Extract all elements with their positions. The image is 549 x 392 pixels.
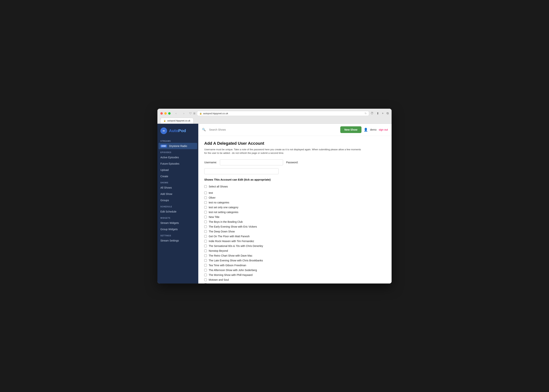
sidebar-item-all-shows[interactable]: All Shows (157, 184, 198, 191)
show-name: The Sensational 60s & 70s with Chris Den… (209, 245, 263, 247)
show-checkbox-16[interactable] (204, 269, 207, 271)
show-checkbox-10[interactable] (204, 240, 207, 242)
username-row: Username: Password: (204, 159, 386, 165)
sign-out-link[interactable]: sign out (379, 128, 388, 131)
maximize-button[interactable] (168, 112, 171, 115)
show-name: Groovin - Sunday Soul (209, 283, 235, 284)
username-input[interactable] (220, 159, 283, 165)
minimize-button[interactable] (164, 112, 167, 115)
all-shows-label: All Shows (160, 186, 172, 189)
sidebar-item-active-episodes[interactable]: Active Episodes (157, 154, 198, 161)
tab-favicon: 🔒 (163, 120, 166, 122)
show-checkbox-11[interactable] (204, 245, 207, 247)
show-checkbox-6[interactable] (204, 221, 207, 223)
show-checkbox-12[interactable] (204, 250, 207, 252)
show-checkbox-13[interactable] (204, 254, 207, 257)
tabs-icon[interactable]: ⧉ (387, 112, 389, 115)
show-name: The Morning Show with Phill Hayward (209, 273, 253, 276)
main-content: 🔍 New Show 👤 demo sign out Add A Delegat… (198, 124, 392, 284)
select-all-label: Select all Shows (209, 185, 228, 188)
widgets-label: WIDGETS (157, 215, 198, 220)
show-checkbox-7[interactable] (204, 225, 207, 228)
select-all-checkbox[interactable] (204, 185, 207, 188)
show-checkbox-18[interactable] (204, 279, 207, 281)
upload-label: Upload (160, 168, 169, 171)
list-item: Indie Rock Heaven with Tim Fernandez (204, 239, 386, 244)
show-checkbox-8[interactable] (204, 230, 207, 233)
password-input[interactable] (204, 168, 279, 174)
list-item: The Deep Down Show (204, 229, 386, 234)
show-checkbox-2[interactable] (204, 201, 207, 204)
show-name: New Title (209, 216, 219, 218)
show-checkbox-14[interactable] (204, 259, 207, 262)
show-checkbox-17[interactable] (204, 274, 207, 276)
show-checkbox-15[interactable] (204, 264, 207, 266)
show-name: The Boys in the Bowling Club (209, 220, 243, 223)
stream-widgets-label: Stream Widgets (160, 221, 179, 224)
stream-settings-label: Stream Settings (160, 239, 179, 242)
sidebar-item-edit-schedule[interactable]: Edit Schedule (157, 209, 198, 215)
share-icon[interactable]: ⬆ (377, 112, 379, 115)
show-checkbox-5[interactable] (204, 216, 207, 218)
refresh-icon[interactable]: ↻ (365, 112, 367, 115)
add-show-label: Add Show (160, 192, 172, 196)
list-item: New Title (204, 215, 386, 219)
logo-icon: ∞ (160, 127, 167, 134)
close-button[interactable] (160, 112, 163, 115)
show-checkbox-3[interactable] (204, 206, 207, 209)
app-layout: ∞ AutoPod STREAMS DSR Drystone Radio EPI… (157, 124, 392, 284)
search-input[interactable] (207, 127, 255, 133)
show-checkbox-4[interactable] (204, 211, 207, 213)
address-bar[interactable]: 🔒 autopod.hippynet.co.uk ↻ (197, 111, 369, 116)
history-icon[interactable]: ⏱ (371, 112, 373, 115)
browser-tab[interactable]: 🔒 autopod.hippynet.co.uk (160, 118, 193, 124)
back-button[interactable]: ‹ (174, 111, 178, 116)
list-item: test (204, 190, 386, 195)
list-item: The Morning Show with Phill Hayward (204, 273, 386, 277)
show-name: Tea Time with Gibson Freedman (209, 264, 246, 267)
show-name: Indie Rock Heaven with Tim Fernandez (209, 240, 254, 243)
streams-label: STREAMS (157, 138, 198, 143)
list-item: The Retro Chart Show with Dave Mac (204, 253, 386, 258)
logo-auto: Auto (169, 128, 178, 133)
show-name: Nonstop Beyond (209, 249, 228, 252)
sidebar-item-drystone-radio[interactable]: DSR Drystone Radio (159, 143, 197, 149)
show-name: test no categories (209, 201, 229, 204)
show-name: test not setting categories (209, 211, 239, 214)
lock-icon: 🔒 (199, 112, 202, 115)
show-name: The Late Evening Show with Chris Brookba… (209, 259, 263, 262)
forward-button[interactable]: › (181, 111, 186, 116)
show-name: Get On The Floor with Matt Panesh (209, 235, 250, 238)
browser-icons: ⏱ ⬆ + ⧉ (371, 112, 389, 115)
sidebar-item-future-episodes[interactable]: Future Episodes (157, 161, 198, 167)
show-checkbox-19[interactable] (204, 283, 207, 284)
active-episodes-label: Active Episodes (160, 156, 179, 159)
sidebar-item-group-widgets[interactable]: Group Widgets (157, 226, 198, 232)
show-checkbox-0[interactable] (204, 192, 207, 194)
password-label: Password: (286, 161, 298, 164)
shield-icon: 🛡 (189, 112, 192, 115)
sidebar: ∞ AutoPod STREAMS DSR Drystone Radio EPI… (157, 124, 198, 284)
list-item: test no categories (204, 200, 386, 205)
tab-bar: 🔒 autopod.hippynet.co.uk (160, 118, 389, 124)
show-name: Motown and Soul (209, 278, 229, 281)
select-all-item: Select all Shows (204, 184, 386, 189)
schedule-label: SCHEDULE (157, 203, 198, 209)
list-item: Oliver (204, 195, 386, 200)
sidebar-item-stream-settings[interactable]: Stream Settings (157, 238, 198, 244)
show-name: The Deep Down Show (209, 230, 235, 233)
new-show-button[interactable]: New Show (340, 126, 361, 133)
sidebar-item-groups[interactable]: Groups (157, 197, 198, 203)
sidebar-item-stream-widgets[interactable]: Stream Widgets (157, 220, 198, 226)
show-name: The Retro Chart Show with Dave Mac (209, 254, 252, 257)
logo-pod: Pod (178, 128, 186, 133)
sidebar-item-create[interactable]: Create (157, 173, 198, 179)
sidebar-item-upload[interactable]: Upload (157, 167, 198, 173)
browser-window: ‹ › 🛡 ⊞ 🔒 autopod.hippynet.co.uk ↻ ⏱ ⬆ +… (157, 109, 392, 284)
form-area: Add A Delegated User Account Username mu… (198, 136, 392, 284)
list-item: The Early Evening Show with Eric Vickers (204, 224, 386, 229)
sidebar-item-add-show[interactable]: Add Show (157, 191, 198, 197)
show-checkbox-9[interactable] (204, 235, 207, 238)
show-checkbox-1[interactable] (204, 196, 207, 199)
new-tab-icon[interactable]: + (382, 112, 384, 115)
